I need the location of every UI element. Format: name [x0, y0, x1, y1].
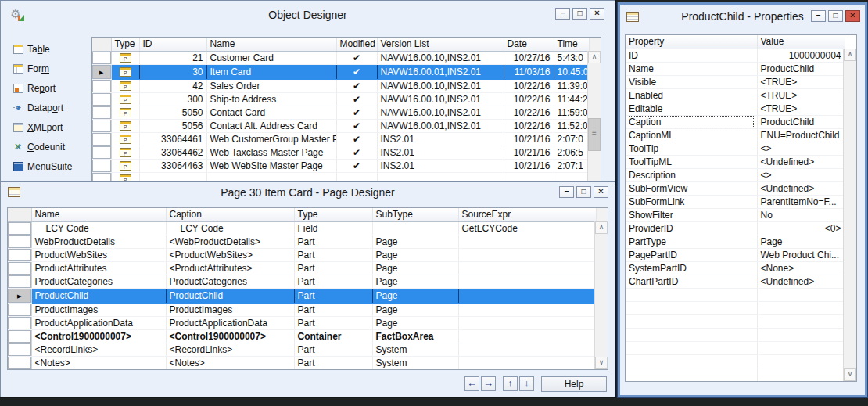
move-right-button[interactable]: → — [481, 376, 496, 391]
property-value-cell[interactable]: <Undefined> — [757, 275, 845, 288]
page-control-row[interactable]: <RecordLinks> <RecordLinks> Part System — [8, 343, 596, 356]
col-id[interactable]: ID — [139, 38, 206, 51]
empty-property-row[interactable] — [626, 301, 845, 314]
property-row[interactable]: ID 1000000004 — [626, 49, 845, 62]
object-row[interactable]: P 42 Sales Order ✔ NAVW16.00.10,INS2.01 … — [92, 79, 589, 92]
property-row[interactable]: SystemPartID <None> — [626, 261, 845, 275]
col-property[interactable]: Property — [626, 35, 757, 49]
empty-property-row[interactable] — [626, 368, 845, 381]
page-control-row[interactable]: <Control1900000007> <Control1900000007> … — [8, 329, 596, 343]
property-row[interactable]: PartType Page — [626, 235, 845, 248]
row-selector[interactable] — [8, 221, 31, 235]
property-value-cell[interactable]: <TRUE> — [757, 102, 845, 115]
row-selector[interactable] — [92, 132, 111, 146]
row-selector[interactable] — [8, 261, 31, 275]
property-value-cell[interactable]: ParentItemNo=F... — [757, 195, 845, 208]
row-selector[interactable] — [8, 248, 31, 261]
property-row[interactable]: Visible <TRUE> — [626, 75, 845, 88]
property-row[interactable]: ShowFilter No — [626, 208, 845, 221]
scroll-up-button[interactable]: ∧ — [844, 49, 856, 61]
col-name[interactable]: Name — [31, 208, 166, 221]
row-selector[interactable] — [8, 275, 31, 288]
property-value-cell[interactable]: <> — [757, 142, 845, 155]
sidebar-item-menusuite[interactable]: MenuSuite — [13, 160, 90, 173]
property-row[interactable]: ChartPartID <Undefined> — [626, 275, 845, 288]
object-row[interactable]: P 33064463 Web WebSite Master Page ✔ INS… — [92, 159, 589, 172]
property-value-cell[interactable]: 1000000004 — [757, 49, 845, 62]
row-selector[interactable] — [8, 343, 31, 356]
col-name[interactable]: Name — [206, 38, 336, 51]
empty-property-row[interactable] — [626, 328, 845, 341]
page-control-row[interactable]: <Notes> <Notes> Part System — [8, 356, 596, 369]
object-row[interactable]: P 33064462 Web Taxclass Master Page ✔ IN… — [92, 146, 589, 159]
col-version[interactable]: Version List — [377, 38, 504, 51]
property-value-cell[interactable]: <TRUE> — [757, 88, 845, 102]
maximize-button[interactable]: □ — [576, 186, 591, 198]
property-value-cell[interactable]: ENU=ProductChild — [757, 128, 845, 142]
page-control-row[interactable]: ProductAttributes <ProductAttributes> Pa… — [8, 261, 596, 275]
page-control-row[interactable]: ProductApplicationData ProductApplicatio… — [8, 316, 596, 329]
close-button[interactable]: ✕ — [590, 8, 604, 20]
page-control-row[interactable]: ▶ ProductChild ProductChild Part Page — [8, 288, 596, 303]
property-row[interactable]: SubFormView <Undefined> — [626, 181, 845, 195]
object-row[interactable]: ▶ P 30 Item Card ✔ NAVW16.00.01,INS2.01 … — [92, 64, 589, 79]
object-row[interactable]: P 300 Ship-to Address ✔ NAVW16.00.10,INS… — [92, 92, 589, 106]
scroll-up-button[interactable]: ∧ — [588, 51, 601, 63]
row-selector[interactable] — [8, 303, 31, 316]
help-button[interactable]: Help — [541, 376, 607, 392]
page-control-row[interactable]: WebProductDetails <WebProductDetails> Pa… — [8, 235, 596, 248]
row-selector[interactable] — [92, 106, 111, 119]
object-row[interactable]: P 5056 Contact Alt. Address Card ✔ NAVW1… — [92, 119, 589, 132]
property-value-cell[interactable]: Page — [757, 235, 845, 248]
scroll-thumb[interactable]: ≡ — [588, 118, 601, 151]
property-value-cell[interactable]: <Undefined> — [757, 181, 845, 195]
object-list-scrollbar[interactable]: ∧ ≡ — [587, 51, 601, 185]
property-row[interactable]: ToolTipML <Undefined> — [626, 155, 845, 168]
row-selector[interactable] — [92, 159, 111, 172]
close-button[interactable]: ✕ — [594, 186, 608, 198]
row-selector[interactable] — [8, 235, 31, 248]
property-value-cell[interactable]: ProductChild — [757, 115, 845, 128]
minimize-button[interactable]: – — [811, 10, 826, 22]
sidebar-item-xmlport[interactable]: XMLport — [13, 121, 90, 134]
sidebar-item-report[interactable]: Report — [13, 82, 90, 95]
row-selector[interactable] — [8, 329, 31, 343]
empty-property-row[interactable] — [626, 288, 845, 301]
col-modified[interactable]: Modified — [336, 38, 377, 51]
object-designer-titlebar[interactable]: ⚙ Object Designer – □ ✕ — [1, 1, 615, 31]
object-row[interactable]: P 5050 Contact Card ✔ NAVW16.00.10,INS2.… — [92, 106, 589, 119]
move-down-button[interactable]: ↓ — [519, 376, 534, 391]
scroll-down-button[interactable]: ∨ — [844, 368, 856, 381]
maximize-button[interactable]: □ — [572, 8, 587, 20]
row-selector[interactable]: ▶ — [92, 64, 111, 79]
property-value-cell[interactable]: <> — [757, 168, 845, 181]
page-control-row[interactable]: LCY Code LCY Code Field GetLCYCode — [8, 221, 596, 235]
empty-property-row[interactable] — [626, 354, 845, 368]
page-control-row[interactable]: ProductCategories ProductCategories Part… — [8, 275, 596, 288]
row-selector[interactable] — [92, 51, 111, 64]
row-selector[interactable] — [92, 146, 111, 159]
property-row[interactable]: Description <> — [626, 168, 845, 181]
page-control-row[interactable]: ProductWebSites <ProductWebSites> Part P… — [8, 248, 596, 261]
sidebar-item-codeunit[interactable]: Codeunit — [13, 141, 90, 153]
property-row[interactable]: ToolTip <> — [626, 142, 845, 155]
sidebar-item-dataport[interactable]: Dataport — [13, 102, 90, 114]
property-row[interactable]: Enabled <TRUE> — [626, 88, 845, 102]
properties-titlebar[interactable]: ProductChild - Properties – □ ✕ — [620, 5, 865, 30]
sidebar-item-table[interactable]: Table — [13, 43, 90, 56]
object-row[interactable]: P 33064461 Web CustomerGroup Master P...… — [92, 132, 589, 146]
col-subtype[interactable]: SubType — [372, 208, 458, 221]
property-value-cell[interactable]: Web Product Chi... — [757, 248, 845, 261]
row-selector[interactable] — [92, 92, 111, 106]
property-value-cell[interactable]: <0> — [757, 221, 845, 235]
property-row[interactable]: Caption ProductChild — [626, 115, 845, 128]
page-designer-titlebar[interactable]: Page 30 Item Card - Page Designer – □ ✕ — [1, 182, 615, 204]
object-row[interactable]: P 21 Customer Card ✔ NAVW16.00.10,INS2.0… — [92, 51, 589, 64]
property-value-cell[interactable]: <TRUE> — [757, 75, 845, 88]
property-row[interactable]: PagePartID Web Product Chi... — [626, 248, 845, 261]
minimize-button[interactable]: – — [559, 186, 574, 198]
empty-property-row[interactable] — [626, 314, 845, 328]
col-type[interactable]: Type — [294, 208, 372, 221]
col-value[interactable]: Value — [757, 35, 845, 49]
col-sourceexpr[interactable]: SourceExpr — [458, 208, 596, 221]
